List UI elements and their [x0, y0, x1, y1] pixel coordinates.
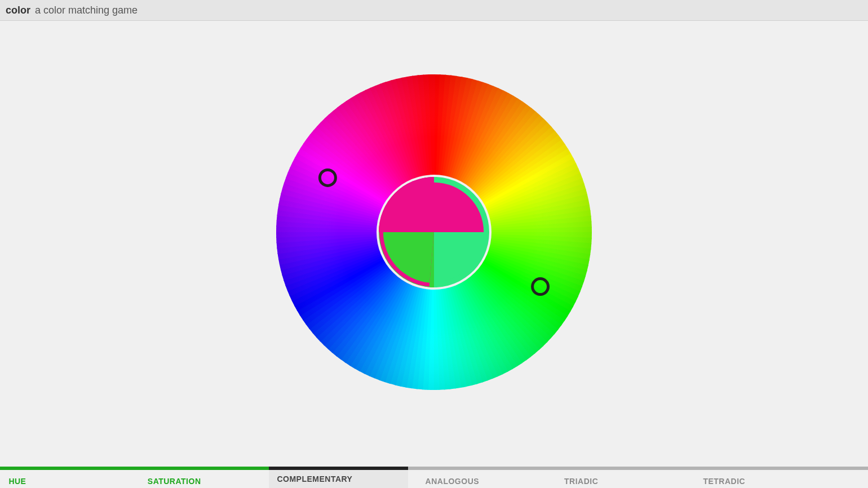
app-header: color a color matching game — [0, 0, 868, 21]
level-labels: HUESATURATIONANALOGOUSTRIADICTETRADIC — [0, 477, 868, 488]
progress-completed — [0, 467, 269, 470]
level-label-analogous[interactable]: ANALOGOUS — [426, 477, 480, 486]
level-label-saturation[interactable]: SATURATION — [148, 477, 201, 486]
level-label-hue[interactable]: HUE — [8, 477, 26, 486]
app-subtitle: a color matching game — [35, 5, 138, 16]
color-wheel[interactable] — [276, 74, 592, 390]
game-stage — [0, 20, 868, 444]
level-label-tetradic[interactable]: TETRADIC — [703, 477, 745, 486]
level-label-triadic[interactable]: TRIADIC — [564, 477, 598, 486]
level-footer: COMPLEMENTARY HUESATURATIONANALOGOUSTRIA… — [0, 444, 868, 488]
app-title: color — [6, 5, 30, 16]
